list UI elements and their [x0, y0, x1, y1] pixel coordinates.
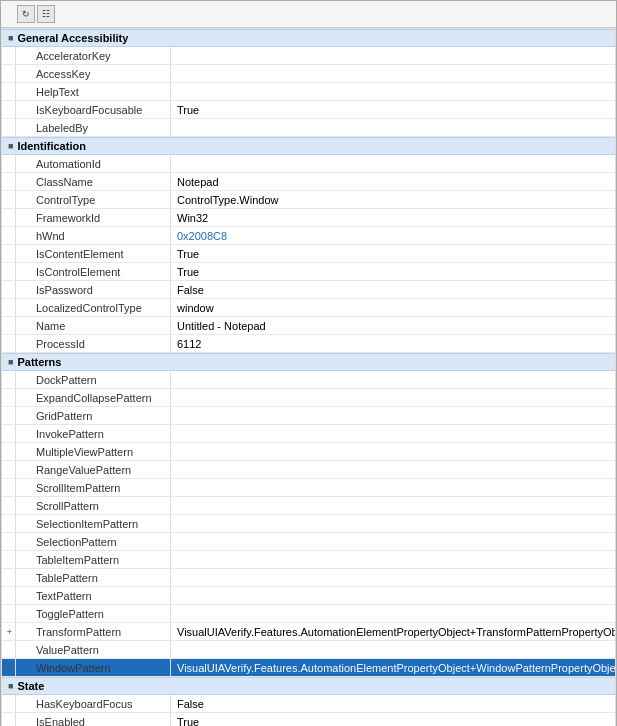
property-name: TextPattern	[16, 587, 171, 604]
property-value: True	[171, 101, 615, 118]
property-value	[171, 605, 615, 622]
no-expand	[2, 101, 16, 118]
property-name: IsKeyboardFocusable	[16, 101, 171, 118]
property-name: IsContentElement	[16, 245, 171, 262]
property-row[interactable]: IsControlElement True	[2, 263, 615, 281]
property-value	[171, 155, 615, 172]
property-row[interactable]: ValuePattern	[2, 641, 615, 659]
property-row[interactable]: RangeValuePattern	[2, 461, 615, 479]
no-expand	[2, 587, 16, 604]
property-row[interactable]: hWnd 0x2008C8	[2, 227, 615, 245]
property-name: SelectionPattern	[16, 533, 171, 550]
property-row[interactable]: IsPassword False	[2, 281, 615, 299]
property-name: ValuePattern	[16, 641, 171, 658]
no-expand	[2, 425, 16, 442]
property-value: window	[171, 299, 615, 316]
toolbar-icons: ↻ ☷	[17, 5, 55, 23]
properties-panel: ↻ ☷ ■ General Accessibility AcceleratorK…	[0, 0, 617, 726]
property-row[interactable]: SelectionPattern	[2, 533, 615, 551]
property-row[interactable]: AccessKey	[2, 65, 615, 83]
refresh-button[interactable]: ↻	[17, 5, 35, 23]
property-row[interactable]: HasKeyboardFocus False	[2, 695, 615, 713]
property-name: ClassName	[16, 173, 171, 190]
collapse-icon: ■	[8, 33, 13, 43]
property-value	[171, 389, 615, 406]
property-name: LabeledBy	[16, 119, 171, 136]
no-expand	[2, 83, 16, 100]
property-name: HasKeyboardFocus	[16, 695, 171, 712]
no-expand	[2, 605, 16, 622]
property-row[interactable]: Name Untitled - Notepad	[2, 317, 615, 335]
property-row[interactable]: AcceleratorKey	[2, 47, 615, 65]
panel-header: ↻ ☷	[1, 1, 616, 28]
property-value	[171, 83, 615, 100]
property-row[interactable]: DockPattern	[2, 371, 615, 389]
no-expand	[2, 641, 16, 658]
expand-button[interactable]: +	[2, 659, 16, 676]
property-row[interactable]: IsContentElement True	[2, 245, 615, 263]
property-value	[171, 371, 615, 388]
property-value: VisualUIAVerify.Features.AutomationEleme…	[171, 623, 616, 640]
property-row[interactable]: TextPattern	[2, 587, 615, 605]
property-row[interactable]: + TransformPattern VisualUIAVerify.Featu…	[2, 623, 615, 641]
property-name: InvokePattern	[16, 425, 171, 442]
property-row[interactable]: ScrollPattern	[2, 497, 615, 515]
no-expand	[2, 227, 16, 244]
property-name: ScrollItemPattern	[16, 479, 171, 496]
collapse-icon: ■	[8, 681, 13, 691]
property-row[interactable]: HelpText	[2, 83, 615, 101]
no-expand	[2, 551, 16, 568]
section-header-state[interactable]: ■ State	[2, 677, 615, 695]
property-name: IsEnabled	[16, 713, 171, 726]
section-header-patterns[interactable]: ■ Patterns	[2, 353, 615, 371]
section-label: State	[17, 680, 44, 692]
no-expand	[2, 317, 16, 334]
section-header-general-accessibility[interactable]: ■ General Accessibility	[2, 29, 615, 47]
property-row[interactable]: GridPattern	[2, 407, 615, 425]
property-value: True	[171, 245, 615, 262]
no-expand	[2, 389, 16, 406]
property-row[interactable]: ExpandCollapsePattern	[2, 389, 615, 407]
property-name: AutomationId	[16, 155, 171, 172]
property-value	[171, 65, 615, 82]
property-row[interactable]: + WindowPattern VisualUIAVerify.Features…	[2, 659, 615, 677]
property-row[interactable]: SelectionItemPattern	[2, 515, 615, 533]
property-name: SelectionItemPattern	[16, 515, 171, 532]
property-row[interactable]: MultipleViewPattern	[2, 443, 615, 461]
property-value	[171, 461, 615, 478]
property-name: ProcessId	[16, 335, 171, 352]
property-row[interactable]: ClassName Notepad	[2, 173, 615, 191]
property-row[interactable]: TogglePattern	[2, 605, 615, 623]
section-label: Patterns	[17, 356, 61, 368]
collapse-icon: ■	[8, 357, 13, 367]
property-row[interactable]: ScrollItemPattern	[2, 479, 615, 497]
property-value: Notepad	[171, 173, 615, 190]
no-expand	[2, 461, 16, 478]
property-row[interactable]: LabeledBy	[2, 119, 615, 137]
property-name: TransformPattern	[16, 623, 171, 640]
property-row[interactable]: AutomationId	[2, 155, 615, 173]
property-row[interactable]: LocalizedControlType window	[2, 299, 615, 317]
property-value: ControlType.Window	[171, 191, 615, 208]
no-expand	[2, 155, 16, 172]
view-button[interactable]: ☷	[37, 5, 55, 23]
property-row[interactable]: TablePattern	[2, 569, 615, 587]
no-expand	[2, 299, 16, 316]
property-name: FrameworkId	[16, 209, 171, 226]
property-name: IsControlElement	[16, 263, 171, 280]
property-row[interactable]: IsKeyboardFocusable True	[2, 101, 615, 119]
property-row[interactable]: TableItemPattern	[2, 551, 615, 569]
property-row[interactable]: IsEnabled True	[2, 713, 615, 726]
property-row[interactable]: ProcessId 6112	[2, 335, 615, 353]
property-name: WindowPattern	[16, 659, 171, 676]
property-value	[171, 479, 615, 496]
collapse-icon: ■	[8, 141, 13, 151]
section-header-identification[interactable]: ■ Identification	[2, 137, 615, 155]
property-row[interactable]: ControlType ControlType.Window	[2, 191, 615, 209]
expand-button[interactable]: +	[2, 623, 16, 640]
property-row[interactable]: InvokePattern	[2, 425, 615, 443]
property-name: RangeValuePattern	[16, 461, 171, 478]
property-value	[171, 551, 615, 568]
no-expand	[2, 173, 16, 190]
property-row[interactable]: FrameworkId Win32	[2, 209, 615, 227]
